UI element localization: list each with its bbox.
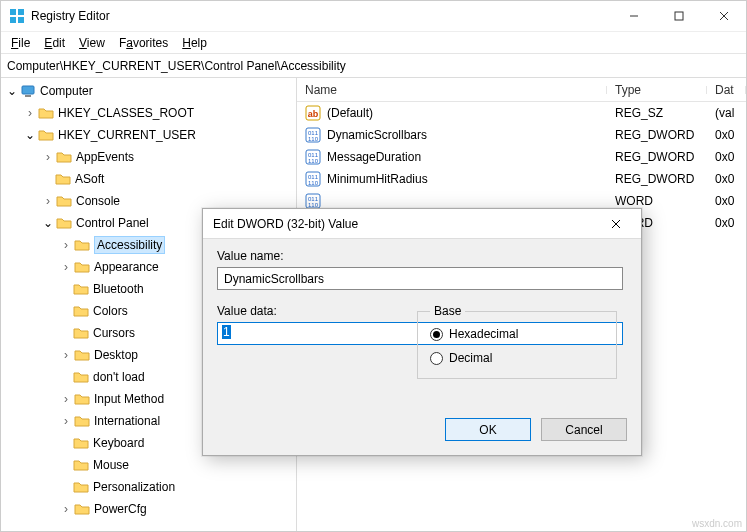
folder-icon [56, 149, 72, 165]
folder-icon [73, 435, 89, 451]
value-type: REG_DWORD [607, 128, 707, 142]
col-type[interactable]: Type [607, 83, 707, 97]
chevron-down-icon[interactable]: ⌄ [41, 216, 55, 230]
tree-label: HKEY_CLASSES_ROOT [58, 106, 194, 120]
address-bar[interactable]: Computer\HKEY_CURRENT_USER\Control Panel… [1, 54, 746, 78]
radio-hex-label: Hexadecimal [449, 327, 518, 341]
chevron-down-icon[interactable]: ⌄ [23, 128, 37, 142]
radio-dec[interactable]: Decimal [430, 346, 604, 370]
value-name-input[interactable] [217, 267, 623, 290]
tree-personalization[interactable]: Personalization [1, 476, 296, 498]
tree-label: HKEY_CURRENT_USER [58, 128, 196, 142]
tree-label: Input Method [94, 392, 164, 406]
edit-dword-dialog: Edit DWORD (32-bit) Value Value name: Va… [202, 208, 642, 456]
dword-value-icon: 011110 [305, 127, 321, 143]
value-name: DynamicScrollbars [327, 128, 427, 142]
value-name: (Default) [327, 106, 373, 120]
list-row[interactable]: 011110DynamicScrollbarsREG_DWORD0x0 [297, 124, 746, 146]
value-type: REG_SZ [607, 106, 707, 120]
tree-label: Colors [93, 304, 128, 318]
ok-button[interactable]: OK [445, 418, 531, 441]
string-value-icon: ab [305, 105, 321, 121]
chevron-right-icon[interactable]: › [59, 260, 73, 274]
chevron-right-icon[interactable]: › [59, 414, 73, 428]
list-row[interactable]: ab(Default)REG_SZ(val [297, 102, 746, 124]
tree-asoft[interactable]: ASoft [1, 168, 296, 190]
chevron-right-icon[interactable]: › [41, 150, 55, 164]
minimize-button[interactable] [611, 1, 656, 31]
tree-mouse[interactable]: Mouse [1, 454, 296, 476]
dialog-close-button[interactable] [601, 209, 631, 239]
base-group: Base Hexadecimal Decimal [417, 304, 617, 379]
tree-label: PowerCfg [94, 502, 147, 516]
folder-icon [56, 215, 72, 231]
chevron-down-icon[interactable]: ⌄ [5, 84, 19, 98]
tree-label: Accessibility [94, 236, 165, 254]
cancel-button[interactable]: Cancel [541, 418, 627, 441]
svg-text:110: 110 [308, 158, 319, 164]
value-type: REG_DWORD [607, 172, 707, 186]
window-title: Registry Editor [31, 9, 611, 23]
menu-bar: File Edit View Favorites Help [1, 32, 746, 54]
tree-hkcr[interactable]: › HKEY_CLASSES_ROOT [1, 102, 296, 124]
chevron-right-icon[interactable]: › [59, 392, 73, 406]
dword-value-icon: 011110 [305, 171, 321, 187]
value-data-text: 1 [222, 325, 231, 339]
folder-icon [74, 237, 90, 253]
menu-file[interactable]: File [5, 34, 36, 52]
base-legend: Base [430, 304, 465, 318]
folder-icon [74, 501, 90, 517]
list-row[interactable]: 011110MessageDurationREG_DWORD0x0 [297, 146, 746, 168]
menu-favorites[interactable]: Favorites [113, 34, 174, 52]
menu-help[interactable]: Help [176, 34, 213, 52]
tree-appevents[interactable]: › AppEvents [1, 146, 296, 168]
radio-dot-icon [430, 352, 443, 365]
chevron-right-icon[interactable]: › [59, 238, 73, 252]
tree-label: Control Panel [76, 216, 149, 230]
address-text: Computer\HKEY_CURRENT_USER\Control Panel… [7, 59, 346, 73]
computer-icon [20, 83, 36, 99]
chevron-right-icon[interactable]: › [41, 194, 55, 208]
regedit-icon [9, 8, 25, 24]
menu-view[interactable]: View [73, 34, 111, 52]
svg-rect-2 [10, 17, 16, 23]
chevron-right-icon[interactable]: › [23, 106, 37, 120]
value-type: REG_DWORD [607, 150, 707, 164]
folder-icon [55, 171, 71, 187]
dword-value-icon: 011110 [305, 149, 321, 165]
col-data[interactable]: Dat [707, 83, 746, 97]
radio-hex[interactable]: Hexadecimal [430, 322, 604, 346]
value-data: 0x0 [707, 128, 746, 142]
tree-computer[interactable]: ⌄ Computer [1, 80, 296, 102]
chevron-right-icon[interactable]: › [59, 348, 73, 362]
tree-label: Computer [40, 84, 93, 98]
maximize-button[interactable] [656, 1, 701, 31]
folder-icon [73, 325, 89, 341]
value-data-label: Value data: [217, 304, 397, 318]
tree-label: International [94, 414, 160, 428]
tree-hkcu[interactable]: ⌄ HKEY_CURRENT_USER [1, 124, 296, 146]
tree-powercfg[interactable]: ›PowerCfg [1, 498, 296, 520]
chevron-right-icon[interactable]: › [59, 502, 73, 516]
list-row[interactable]: 011110MinimumHitRadiusREG_DWORD0x0 [297, 168, 746, 190]
tree-label: Personalization [93, 480, 175, 494]
close-button[interactable] [701, 1, 746, 31]
tree-label: AppEvents [76, 150, 134, 164]
dword-value-icon: 011110 [305, 193, 321, 209]
col-name[interactable]: Name [297, 83, 607, 97]
tree-label: Cursors [93, 326, 135, 340]
folder-icon [74, 347, 90, 363]
folder-icon [73, 303, 89, 319]
dialog-title: Edit DWORD (32-bit) Value [213, 217, 601, 231]
svg-rect-9 [25, 95, 31, 97]
list-header: Name Type Dat [297, 78, 746, 102]
folder-icon [56, 193, 72, 209]
menu-edit[interactable]: Edit [38, 34, 71, 52]
svg-rect-1 [18, 9, 24, 15]
value-type: WORD [607, 194, 707, 208]
folder-icon [74, 259, 90, 275]
title-bar: Registry Editor [1, 1, 746, 32]
tree-label: Desktop [94, 348, 138, 362]
tree-label: Bluetooth [93, 282, 144, 296]
tree-label: Keyboard [93, 436, 144, 450]
